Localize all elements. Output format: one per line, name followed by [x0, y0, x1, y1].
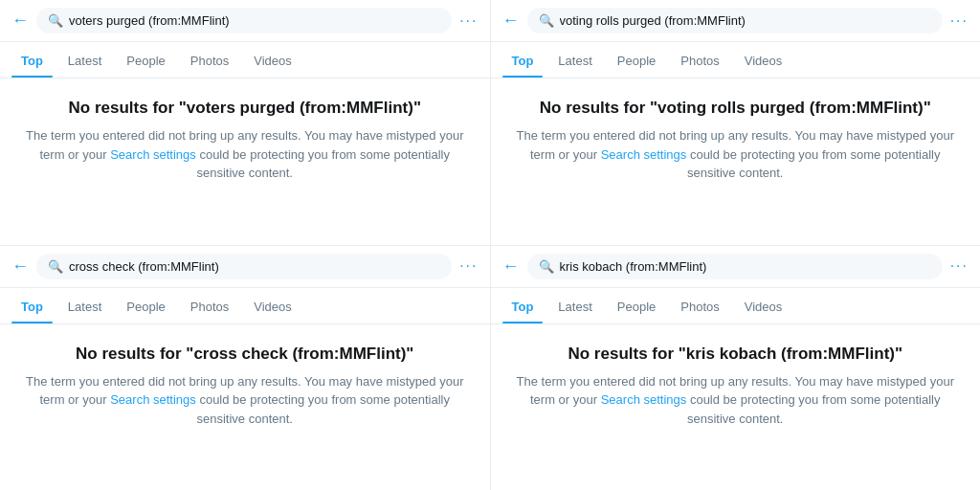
top-left-panel: ← 🔍 voters purged (from:MMFlint) ··· Top…	[0, 0, 490, 246]
tab-people-top-left[interactable]: People	[117, 42, 174, 78]
search-input-wrap-bottom-left[interactable]: 🔍 cross check (from:MMFlint)	[36, 254, 452, 279]
no-results-title-bottom-right: No results for "kris kobach (from:MMFlin…	[506, 344, 966, 365]
no-results-body-top-right: The term you entered did not bring up an…	[506, 126, 966, 183]
no-results-title-top-right: No results for "voting rolls purged (fro…	[506, 98, 966, 119]
no-results-top-right: No results for "voting rolls purged (fro…	[491, 78, 981, 202]
more-button-top-right[interactable]: ···	[950, 12, 969, 30]
tab-photos-bottom-left[interactable]: Photos	[181, 288, 238, 323]
search-query-top-right: voting rolls purged (from:MMFlint)	[560, 13, 746, 28]
bottom-right-panel: ← 🔍 kris kobach (from:MMFlint) ··· Top L…	[491, 246, 981, 491]
search-settings-link-top-right[interactable]: Search settings	[601, 147, 687, 162]
search-icon-bottom-right: 🔍	[539, 259, 554, 274]
tab-people-top-right[interactable]: People	[608, 42, 665, 78]
search-query-top-left: voters purged (from:MMFlint)	[69, 13, 230, 28]
no-results-body-bottom-left: The term you entered did not bring up an…	[15, 372, 475, 429]
no-results-body-bottom-right: The term you entered did not bring up an…	[506, 372, 966, 429]
no-results-bottom-right: No results for "kris kobach (from:MMFlin…	[491, 324, 981, 448]
more-button-top-left[interactable]: ···	[459, 12, 478, 30]
tab-latest-top-right[interactable]: Latest	[548, 42, 601, 78]
tab-latest-bottom-left[interactable]: Latest	[58, 288, 111, 323]
search-icon-bottom-left: 🔍	[48, 259, 63, 274]
tabs-row-bottom-left: Top Latest People Photos Videos	[0, 288, 490, 324]
search-settings-link-bottom-left[interactable]: Search settings	[110, 392, 196, 407]
search-bar-top-left: ← 🔍 voters purged (from:MMFlint) ···	[0, 0, 490, 42]
no-results-text2-bottom-right: could be protecting you from some potent…	[686, 392, 940, 426]
bottom-left-panel: ← 🔍 cross check (from:MMFlint) ··· Top L…	[0, 246, 490, 491]
right-column: ← 🔍 voting rolls purged (from:MMFlint) ·…	[491, 0, 981, 490]
more-button-bottom-right[interactable]: ···	[950, 257, 969, 275]
no-results-text2-top-left: could be protecting you from some potent…	[196, 147, 450, 181]
tab-people-bottom-right[interactable]: People	[608, 288, 665, 323]
search-query-bottom-right: kris kobach (from:MMFlint)	[560, 259, 707, 274]
search-input-wrap-top-left[interactable]: 🔍 voters purged (from:MMFlint)	[36, 8, 452, 33]
search-input-wrap-bottom-right[interactable]: 🔍 kris kobach (from:MMFlint)	[527, 254, 943, 279]
no-results-body-top-left: The term you entered did not bring up an…	[15, 126, 475, 183]
tab-latest-bottom-right[interactable]: Latest	[548, 288, 601, 323]
search-settings-link-top-left[interactable]: Search settings	[110, 147, 196, 162]
search-bar-top-right: ← 🔍 voting rolls purged (from:MMFlint) ·…	[491, 0, 981, 42]
search-query-bottom-left: cross check (from:MMFlint)	[69, 259, 219, 274]
no-results-title-top-left: No results for "voters purged (from:MMFl…	[15, 98, 475, 119]
no-results-text2-bottom-left: could be protecting you from some potent…	[196, 392, 450, 426]
search-icon-top-left: 🔍	[48, 13, 63, 28]
tab-latest-top-left[interactable]: Latest	[58, 42, 111, 78]
left-column: ← 🔍 voters purged (from:MMFlint) ··· Top…	[0, 0, 491, 490]
back-button-top-right[interactable]: ←	[502, 11, 520, 31]
tab-photos-top-right[interactable]: Photos	[671, 42, 728, 78]
tab-videos-bottom-left[interactable]: Videos	[244, 288, 301, 323]
no-results-text2-top-right: could be protecting you from some potent…	[686, 147, 940, 181]
back-button-bottom-right[interactable]: ←	[502, 256, 520, 277]
no-results-top-left: No results for "voters purged (from:MMFl…	[0, 78, 490, 202]
tab-top-top-left[interactable]: Top	[11, 42, 53, 78]
back-button-bottom-left[interactable]: ←	[11, 256, 29, 277]
no-results-bottom-left: No results for "cross check (from:MMFlin…	[0, 324, 490, 448]
tabs-row-bottom-right: Top Latest People Photos Videos	[491, 288, 981, 324]
top-right-panel: ← 🔍 voting rolls purged (from:MMFlint) ·…	[491, 0, 981, 246]
tab-photos-bottom-right[interactable]: Photos	[671, 288, 728, 323]
search-settings-link-bottom-right[interactable]: Search settings	[601, 392, 687, 407]
tab-photos-top-left[interactable]: Photos	[181, 42, 238, 78]
tabs-row-top-left: Top Latest People Photos Videos	[0, 42, 490, 78]
back-button-top-left[interactable]: ←	[11, 11, 29, 31]
search-icon-top-right: 🔍	[539, 13, 554, 28]
tabs-row-top-right: Top Latest People Photos Videos	[491, 42, 981, 78]
tab-videos-top-left[interactable]: Videos	[244, 42, 301, 78]
tab-videos-bottom-right[interactable]: Videos	[735, 288, 792, 323]
more-button-bottom-left[interactable]: ···	[459, 257, 478, 275]
search-input-wrap-top-right[interactable]: 🔍 voting rolls purged (from:MMFlint)	[527, 8, 943, 33]
tab-people-bottom-left[interactable]: People	[117, 288, 174, 323]
tab-top-bottom-left[interactable]: Top	[11, 288, 53, 323]
tab-top-top-right[interactable]: Top	[502, 42, 544, 78]
tab-videos-top-right[interactable]: Videos	[735, 42, 792, 78]
tab-top-bottom-right[interactable]: Top	[502, 288, 544, 323]
search-bar-bottom-right: ← 🔍 kris kobach (from:MMFlint) ···	[491, 246, 981, 288]
no-results-title-bottom-left: No results for "cross check (from:MMFlin…	[15, 344, 475, 365]
search-bar-bottom-left: ← 🔍 cross check (from:MMFlint) ···	[0, 246, 490, 288]
